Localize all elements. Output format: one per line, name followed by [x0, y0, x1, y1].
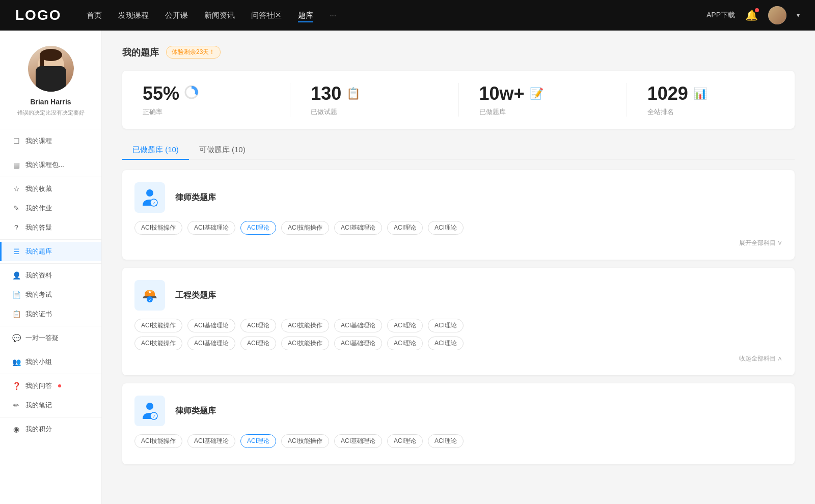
sidebar-item-1[interactable]: ▦我的课程包... — [0, 155, 101, 175]
nav-links: 首页发现课程公开课新闻资讯问答社区题库··· — [87, 9, 707, 22]
tag-1-12[interactable]: ACI理论 — [387, 337, 423, 350]
tag-2-3[interactable]: ACI技能操作 — [281, 434, 329, 448]
tag-1-8[interactable]: ACI基础理论 — [187, 337, 235, 350]
avatar[interactable] — [768, 6, 786, 24]
tag-1-13[interactable]: ACI理论 — [428, 337, 464, 350]
tag-2-6[interactable]: ACI理论 — [428, 434, 464, 448]
avatar-image — [768, 6, 786, 24]
stat-label-2: 已做题库 — [479, 107, 506, 117]
svg-point-13 — [146, 403, 153, 410]
sidebar-item-3[interactable]: ✎我的作业 — [0, 199, 101, 218]
stat-icon-2: 📝 — [530, 87, 544, 100]
sidebar-item-7[interactable]: 📄我的考试 — [0, 285, 101, 304]
tag-0-5[interactable]: ACI理论 — [387, 221, 423, 235]
tab-0[interactable]: 已做题库 (10) — [122, 141, 189, 160]
sidebar-divider — [0, 263, 101, 264]
tag-1-7[interactable]: ACI技能操作 — [134, 337, 182, 350]
sidebar-item-label-9: 一对一答疑 — [25, 333, 59, 343]
sidebar-divider — [0, 129, 101, 129]
sidebar-divider — [0, 417, 101, 417]
sidebar-item-label-1: 我的课程包... — [25, 160, 64, 170]
svg-point-6 — [146, 189, 153, 197]
sidebar-avatar — [28, 46, 74, 92]
sidebar-item-label-12: 我的笔记 — [25, 401, 52, 410]
tag-1-4[interactable]: ACI基础理论 — [334, 319, 382, 332]
sidebar-item-label-3: 我的作业 — [25, 204, 52, 213]
chevron-down-icon[interactable]: ▾ — [797, 12, 800, 19]
sidebar-item-11[interactable]: ❓我的问答 — [0, 376, 101, 396]
sidebar-item-icon-6: 👤 — [12, 271, 20, 279]
stat-icon-1: 📋 — [346, 87, 360, 100]
expand-link-1[interactable]: 收起全部科目 ∧ — [134, 354, 782, 363]
notification-bell[interactable]: 🔔 — [745, 9, 758, 21]
qbank-card-0: ✓ 律师类题库ACI技能操作ACI基础理论ACI理论ACI技能操作ACI基础理论… — [122, 170, 795, 260]
sidebar-item-icon-5: ☰ — [12, 247, 20, 256]
qbank-card-1: ✓ 工程类题库ACI技能操作ACI基础理论ACI理论ACI技能操作ACI基础理论… — [122, 268, 795, 375]
sidebar-item-10[interactable]: 👥我的小组 — [0, 352, 101, 372]
sidebar-item-icon-4: ? — [12, 223, 20, 232]
sidebar-item-9[interactable]: 💬一对一答疑 — [0, 328, 101, 348]
nav-link-新闻资讯[interactable]: 新闻资讯 — [204, 9, 235, 22]
sidebar-item-label-11: 我的问答 — [25, 381, 52, 390]
tag-1-3[interactable]: ACI技能操作 — [281, 319, 329, 332]
navbar: LOGO 首页发现课程公开课新闻资讯问答社区题库··· APP下载 🔔 ▾ — [0, 0, 815, 31]
nav-link-首页[interactable]: 首页 — [87, 9, 102, 22]
sidebar-item-icon-8: 📋 — [12, 310, 20, 318]
sidebar-item-icon-7: 📄 — [12, 291, 20, 299]
tag-1-1[interactable]: ACI基础理论 — [187, 319, 235, 332]
nav-link-题库[interactable]: 题库 — [298, 9, 313, 22]
tag-1-6[interactable]: ACI理论 — [428, 319, 464, 332]
tab-1[interactable]: 可做题库 (10) — [189, 141, 256, 160]
svg-rect-2 — [40, 55, 44, 70]
main-content: 我的题库 体验剩余23天！ 55%正确率130📋已做试题10w+📝已做题库102… — [102, 31, 815, 504]
sidebar-item-6[interactable]: 👤我的资料 — [0, 266, 101, 285]
tag-0-3[interactable]: ACI技能操作 — [281, 221, 329, 235]
tag-1-2[interactable]: ACI理论 — [240, 319, 276, 332]
qbanks-container: ✓ 律师类题库ACI技能操作ACI基础理论ACI理论ACI技能操作ACI基础理论… — [122, 170, 795, 464]
tags-row-1-2: ACI技能操作ACI基础理论ACI理论ACI技能操作ACI基础理论ACI理论AC… — [134, 337, 782, 350]
sidebar-item-label-10: 我的小组 — [25, 357, 52, 367]
qbank-title-1: 工程类题库 — [175, 290, 216, 301]
tag-1-11[interactable]: ACI基础理论 — [334, 337, 382, 350]
tag-0-0[interactable]: ACI技能操作 — [134, 221, 182, 235]
tags-row-0: ACI技能操作ACI基础理论ACI理论ACI技能操作ACI基础理论ACI理论AC… — [134, 221, 782, 235]
svg-rect-3 — [38, 78, 64, 92]
tag-2-2[interactable]: ACI理论 — [240, 434, 276, 448]
tag-1-5[interactable]: ACI理论 — [387, 319, 423, 332]
nav-link-发现课程[interactable]: 发现课程 — [118, 9, 149, 22]
sidebar-item-2[interactable]: ☆我的收藏 — [0, 179, 101, 199]
tag-1-9[interactable]: ACI理论 — [240, 337, 276, 350]
sidebar-item-8[interactable]: 📋我的证书 — [0, 304, 101, 324]
sidebar-item-label-8: 我的证书 — [25, 310, 52, 319]
sidebar: Brian Harris 错误的决定比没有决定要好 ☐我的课程▦我的课程包...… — [0, 31, 102, 504]
nav-link-问答社区[interactable]: 问答社区 — [251, 9, 282, 22]
sidebar-item-5[interactable]: ☰我的题库 — [0, 242, 101, 261]
tag-2-4[interactable]: ACI基础理论 — [334, 434, 382, 448]
expand-link-0[interactable]: 展开全部科目 ∨ — [134, 239, 782, 247]
nav-link-···[interactable]: ··· — [330, 9, 336, 22]
tag-0-1[interactable]: ACI基础理论 — [187, 221, 235, 235]
sidebar-item-13[interactable]: ◉我的积分 — [0, 419, 101, 439]
tag-2-5[interactable]: ACI理论 — [387, 434, 423, 448]
avatar-image — [28, 46, 74, 92]
nav-link-公开课[interactable]: 公开课 — [165, 9, 188, 22]
tag-0-4[interactable]: ACI基础理论 — [334, 221, 382, 235]
app-download-link[interactable]: APP下载 — [707, 11, 735, 20]
sidebar-menu: ☐我的课程▦我的课程包...☆我的收藏✎我的作业?我的答疑☰我的题库👤我的资料📄… — [0, 131, 101, 439]
stat-icon-0 — [184, 85, 199, 102]
tag-1-10[interactable]: ACI技能操作 — [281, 337, 329, 350]
sidebar-item-label-0: 我的课程 — [25, 136, 52, 146]
sidebar-item-0[interactable]: ☐我的课程 — [0, 131, 101, 151]
sidebar-item-12[interactable]: ✏我的笔记 — [0, 396, 101, 415]
page-wrap: Brian Harris 错误的决定比没有决定要好 ☐我的课程▦我的课程包...… — [0, 31, 815, 504]
tag-1-0[interactable]: ACI技能操作 — [134, 319, 182, 332]
sidebar-item-4[interactable]: ?我的答疑 — [0, 218, 101, 237]
tag-0-2[interactable]: ACI理论 — [240, 221, 276, 235]
tag-2-1[interactable]: ACI基础理论 — [187, 434, 235, 448]
tag-2-0[interactable]: ACI技能操作 — [134, 434, 182, 448]
sidebar-divider — [0, 153, 101, 153]
stat-value-1: 130 — [311, 83, 341, 104]
sidebar-divider — [0, 350, 101, 350]
svg-text:✓: ✓ — [152, 414, 156, 419]
tag-0-6[interactable]: ACI理论 — [428, 221, 464, 235]
